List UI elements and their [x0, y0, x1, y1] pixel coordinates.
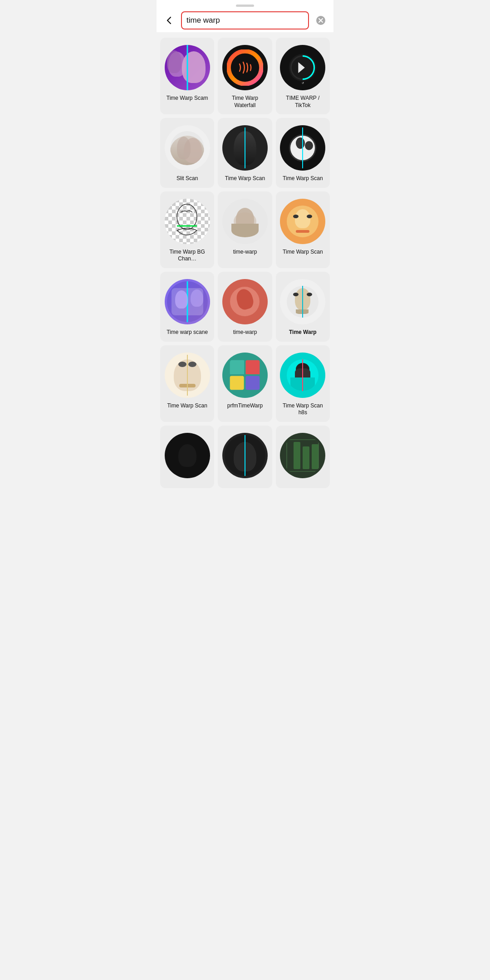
- effect-label-time-warp-scan-1: Time Warp Scan: [225, 175, 265, 182]
- effect-thumbnail-time-warp-bold: [280, 279, 325, 324]
- effect-card-time-warp-scan-1[interactable]: Time Warp Scan: [218, 118, 272, 188]
- effect-card-time-warp-scan-4[interactable]: Time Warp Scan: [160, 345, 214, 422]
- effect-thumbnail-time-warp-2: [222, 279, 268, 324]
- back-icon: [164, 15, 175, 26]
- search-row: [157, 11, 333, 29]
- effect-label-prfm-time-warp: prfmTimeWarp: [227, 402, 263, 410]
- effect-card-time-warp-scam[interactable]: Time Warp Scam: [160, 38, 214, 114]
- effect-card-time-warp-scan-h8s[interactable]: Time Warp Scan h8s: [276, 345, 330, 422]
- effect-label-time-warp-1: time-warp: [233, 249, 257, 256]
- effect-label-time-warp-2: time-warp: [233, 329, 257, 336]
- effect-label-time-warp-scam: Time Warp Scam: [167, 95, 208, 102]
- effect-card-time-warp-tiktok[interactable]: ↺ TIME WARP / TikTok: [276, 38, 330, 114]
- search-input[interactable]: [186, 16, 304, 25]
- effect-thumbnail-time-warp-scam: [165, 45, 210, 90]
- effect-label-time-warp-bold: Time Warp: [289, 329, 317, 336]
- effect-label-time-warp-scan-2: Time Warp Scan: [283, 175, 323, 182]
- svg-text:↺: ↺: [302, 81, 304, 84]
- effect-label-time-warp-scan-3: Time Warp Scan: [283, 249, 323, 256]
- effect-thumbnail-slit-scan: [165, 125, 210, 171]
- effect-label-time-warp-bg: Time Warp BG Chan…: [164, 249, 211, 263]
- svg-rect-8: [230, 376, 244, 390]
- effect-thumbnail-time-warp-scan-3: [280, 199, 325, 244]
- effect-card-time-warp-2[interactable]: time-warp: [218, 272, 272, 342]
- effect-card-partial-2[interactable]: [218, 426, 272, 488]
- effect-thumbnail-time-warp-waterfall: [222, 45, 268, 90]
- svg-rect-9: [246, 376, 260, 390]
- effect-card-time-warp-bold[interactable]: Time Warp: [276, 272, 330, 342]
- back-button[interactable]: [162, 13, 176, 28]
- effect-label-time-warp-scan-4: Time Warp Scan: [167, 402, 207, 410]
- effect-thumbnail-partial-1: [165, 433, 210, 478]
- effect-label-slit-scan: Slit Scan: [176, 175, 198, 182]
- effect-label-time-warp-tiktok: TIME WARP / TikTok: [279, 95, 326, 109]
- svg-rect-13: [303, 446, 309, 469]
- effect-thumbnail-partial-2: [222, 433, 268, 478]
- drag-handle: [236, 5, 254, 7]
- svg-rect-12: [294, 442, 300, 469]
- effects-grid: Time Warp Scam Time Warp Waterfall ↺ TIM…: [157, 32, 333, 494]
- clear-button[interactable]: [314, 13, 328, 28]
- effect-card-time-warp-waterfall[interactable]: Time Warp Waterfall: [218, 38, 272, 114]
- effect-thumbnail-time-warp-1: [222, 199, 268, 244]
- svg-rect-7: [246, 360, 260, 375]
- effect-thumbnail-time-warp-tiktok: ↺: [280, 45, 325, 90]
- effect-card-time-warp-bg[interactable]: Time Warp BG Chan…: [160, 191, 214, 268]
- svg-rect-14: [312, 444, 318, 469]
- effect-thumbnail-time-warp-scan-2: [280, 125, 325, 171]
- clear-icon: [315, 15, 326, 26]
- effect-card-time-warp-1[interactable]: time-warp: [218, 191, 272, 268]
- effect-card-time-warp-scane[interactable]: Time warp scane: [160, 272, 214, 342]
- effect-card-partial-1[interactable]: [160, 426, 214, 488]
- effect-thumbnail-time-warp-scane: [165, 279, 210, 324]
- effect-label-time-warp-scan-h8s: Time Warp Scan h8s: [279, 402, 326, 416]
- effect-card-slit-scan[interactable]: Slit Scan: [160, 118, 214, 188]
- top-bar: [157, 0, 333, 32]
- effect-thumbnail-prfm-time-warp: [222, 353, 268, 398]
- effect-thumbnail-time-warp-bg: [165, 199, 210, 244]
- effect-card-prfm-time-warp[interactable]: prfmTimeWarp: [218, 345, 272, 422]
- effect-thumbnail-time-warp-scan-1: [222, 125, 268, 171]
- effect-thumbnail-time-warp-scan-h8s: [280, 353, 325, 398]
- svg-rect-6: [230, 360, 245, 375]
- effect-card-time-warp-scan-2[interactable]: Time Warp Scan: [276, 118, 330, 188]
- effect-label-time-warp-waterfall: Time Warp Waterfall: [221, 95, 268, 109]
- effect-thumbnail-partial-3: [280, 433, 325, 478]
- search-input-wrapper: [181, 11, 309, 29]
- effect-card-time-warp-scan-3[interactable]: Time Warp Scan: [276, 191, 330, 268]
- effect-thumbnail-time-warp-scan-4: [165, 353, 210, 398]
- effect-card-partial-3[interactable]: [276, 426, 330, 488]
- effect-label-time-warp-scane: Time warp scane: [167, 329, 208, 336]
